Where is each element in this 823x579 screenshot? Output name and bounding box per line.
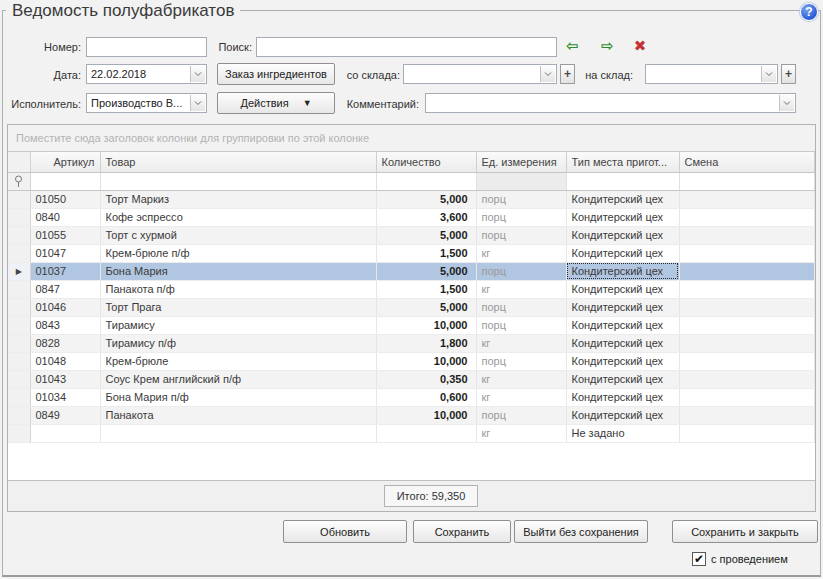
cell-prep-type[interactable]: Кондитерский цех [566, 406, 679, 424]
table-row[interactable]: 0849 Панакота 10,000 порц Кондитерский ц… [8, 406, 815, 424]
column-header-shift[interactable]: Смена [679, 152, 815, 172]
cell-shift[interactable] [679, 298, 815, 316]
filter-cell-unit[interactable] [476, 172, 566, 190]
cell-prep-type[interactable]: Кондитерский цех [566, 370, 679, 388]
cell-quantity[interactable]: 0,600 [376, 388, 476, 406]
cell-article[interactable]: 0843 [30, 316, 100, 334]
help-icon[interactable]: ? [800, 3, 818, 21]
column-header-unit[interactable]: Ед. измерения [476, 152, 566, 172]
cell-quantity[interactable]: 5,000 [376, 262, 476, 280]
cell-prep-type[interactable]: Кондитерский цех [566, 388, 679, 406]
cell-article[interactable]: 0847 [30, 280, 100, 298]
cell-unit[interactable]: кг [476, 388, 566, 406]
column-header-prep-type[interactable]: Тип места пригот... [566, 152, 679, 172]
cell-prep-type[interactable]: Кондитерский цех [566, 352, 679, 370]
cell-unit[interactable]: порц [476, 406, 566, 424]
filter-cell-shift[interactable] [679, 172, 815, 190]
cell-product[interactable]: Тирамису п/ф [100, 334, 376, 352]
cell-article[interactable]: 01046 [30, 298, 100, 316]
cell-shift[interactable] [679, 226, 815, 244]
cell-unit[interactable]: кг [476, 424, 566, 442]
cell-product[interactable]: Соус Крем английский п/ф [100, 370, 376, 388]
cell-product[interactable]: Бона Мария [100, 262, 376, 280]
cell-unit[interactable]: порц [476, 262, 566, 280]
cell-shift[interactable] [679, 388, 815, 406]
filter-cell-prep-type[interactable] [566, 172, 679, 190]
cell-prep-type[interactable]: Кондитерский цех [566, 190, 679, 208]
cell-prep-type[interactable]: Кондитерский цех [566, 280, 679, 298]
cell-shift[interactable] [679, 280, 815, 298]
cell-article[interactable]: 01043 [30, 370, 100, 388]
cell-article[interactable]: 0849 [30, 406, 100, 424]
number-input[interactable] [86, 37, 207, 57]
cell-article[interactable]: 01055 [30, 226, 100, 244]
cell-article[interactable]: 01048 [30, 352, 100, 370]
cell-quantity[interactable]: 1,800 [376, 334, 476, 352]
ingredients-order-button[interactable]: Заказ ингредиентов [217, 63, 335, 85]
cell-article[interactable] [30, 424, 100, 442]
chevron-down-icon[interactable] [761, 66, 776, 82]
to-store-select[interactable] [645, 64, 778, 84]
filter-cell-quantity[interactable] [376, 172, 476, 190]
cell-prep-type[interactable]: Кондитерский цех [566, 244, 679, 262]
search-prev-button[interactable]: ⇦ [561, 37, 583, 55]
cell-unit[interactable]: порц [476, 352, 566, 370]
cell-quantity[interactable]: 10,000 [376, 316, 476, 334]
cell-shift[interactable] [679, 406, 815, 424]
cell-article[interactable]: 01034 [30, 388, 100, 406]
cell-shift[interactable] [679, 208, 815, 226]
cell-quantity[interactable]: 10,000 [376, 352, 476, 370]
search-clear-button[interactable]: ✖ [629, 37, 651, 55]
table-row[interactable]: 01046 Торт Прага 5,000 порц Кондитерский… [8, 298, 815, 316]
cell-shift[interactable] [679, 370, 815, 388]
table-row[interactable]: 0847 Панакота п/ф 1,500 кг Кондитерский … [8, 280, 815, 298]
comment-select[interactable] [425, 93, 796, 113]
group-panel[interactable]: Поместите сюда заголовок колонки для гру… [8, 125, 815, 152]
executor-select[interactable]: Производство В... [86, 93, 207, 113]
chevron-down-icon[interactable] [779, 95, 794, 111]
table-row[interactable]: 0828 Тирамису п/ф 1,800 кг Кондитерский … [8, 334, 815, 352]
cell-shift[interactable] [679, 334, 815, 352]
cell-prep-type[interactable]: Кондитерский цех [566, 298, 679, 316]
cell-product[interactable]: Панакота п/ф [100, 280, 376, 298]
cell-shift[interactable] [679, 352, 815, 370]
cell-article[interactable]: 01050 [30, 190, 100, 208]
cell-product[interactable]: Кофе эспрессо [100, 208, 376, 226]
table-row[interactable]: 01050 Торт Маркиз 5,000 порц Кондитерски… [8, 190, 815, 208]
cell-quantity[interactable]: 5,000 [376, 190, 476, 208]
cell-unit[interactable]: кг [476, 244, 566, 262]
table-row[interactable]: 01047 Крем-брюле п/ф 1,500 кг Кондитерск… [8, 244, 815, 262]
search-input[interactable] [256, 37, 557, 57]
cell-shift[interactable] [679, 316, 815, 334]
cell-product[interactable]: Крем-брюле [100, 352, 376, 370]
cell-prep-type[interactable]: Кондитерский цех [566, 208, 679, 226]
cell-unit[interactable]: кг [476, 334, 566, 352]
cell-quantity[interactable]: 3,600 [376, 208, 476, 226]
cell-unit[interactable]: кг [476, 280, 566, 298]
cell-shift[interactable] [679, 244, 815, 262]
cell-quantity[interactable] [376, 424, 476, 442]
cell-product[interactable]: Тирамису [100, 316, 376, 334]
filter-cell-article[interactable] [30, 172, 100, 190]
actions-button[interactable]: Действия ▼ [217, 92, 335, 114]
cell-shift[interactable] [679, 190, 815, 208]
cell-shift[interactable] [679, 262, 815, 280]
cell-product[interactable]: Панакота [100, 406, 376, 424]
column-header-quantity[interactable]: Количество [376, 152, 476, 172]
table-row[interactable]: 0843 Тирамису 10,000 порц Кондитерский ц… [8, 316, 815, 334]
cell-quantity[interactable]: 10,000 [376, 406, 476, 424]
table-row[interactable]: ▶ 01037 Бона Мария 5,000 порц Кондитерск… [8, 262, 815, 280]
cell-product[interactable]: Торт Маркиз [100, 190, 376, 208]
cell-unit[interactable]: порц [476, 316, 566, 334]
table-row[interactable]: 0840 Кофе эспрессо 3,600 порц Кондитерск… [8, 208, 815, 226]
cell-product[interactable]: Крем-брюле п/ф [100, 244, 376, 262]
cell-product[interactable] [100, 424, 376, 442]
cell-product[interactable]: Бона Мария п/ф [100, 388, 376, 406]
search-next-button[interactable]: ⇨ [596, 37, 618, 55]
cell-product[interactable]: Торт Прага [100, 298, 376, 316]
cell-article[interactable]: 0828 [30, 334, 100, 352]
table-row[interactable]: 01043 Соус Крем английский п/ф 0,350 кг … [8, 370, 815, 388]
posting-checkbox[interactable]: ✔ [692, 552, 706, 566]
cell-unit[interactable]: порц [476, 298, 566, 316]
cell-unit[interactable]: порц [476, 226, 566, 244]
